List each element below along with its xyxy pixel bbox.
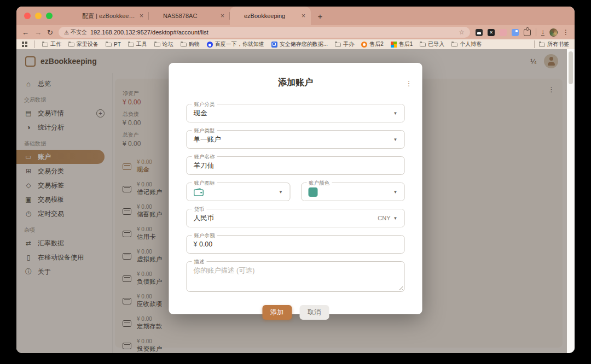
field-placeholder: 你的账户描述 (可选): [194, 266, 255, 275]
zoom-window-button[interactable]: [46, 13, 53, 19]
bookmark-label: 购物: [189, 40, 200, 48]
dialog-menu-kebab-icon[interactable]: ⋮: [405, 79, 413, 87]
extensions-puzzle-icon[interactable]: [524, 29, 531, 36]
browser-window: 配置 | ezBookkeeping × NAS5878AC × ezBookk…: [16, 7, 575, 353]
bookmark-label: PT: [114, 42, 121, 48]
close-window-button[interactable]: [24, 13, 31, 19]
browser-tab[interactable]: ezBookkeeping ×: [230, 7, 311, 25]
security-warning[interactable]: ⚠ 不安全: [64, 28, 87, 36]
browser-toolbar: ← → ↻ ⚠ 不安全 192.168.200.132:9527/desktop…: [16, 25, 575, 39]
extension-blue-icon[interactable]: [512, 29, 519, 36]
bookmarks-bar: 工作 家里设备 PT 工具: [16, 39, 575, 49]
account-color-select[interactable]: 账户颜色 ▼: [301, 183, 405, 201]
extension-adblock-icon[interactable]: [476, 29, 483, 36]
bookmark-item[interactable]: 已导入: [420, 40, 444, 48]
bookmark-item[interactable]: PT: [106, 42, 121, 48]
extension-pink-icon[interactable]: [500, 29, 507, 36]
page-scrollbar[interactable]: [567, 49, 575, 353]
minimize-window-button[interactable]: [35, 13, 42, 19]
dialog-header: 添加账户 ⋮: [187, 63, 405, 89]
all-bookmarks-button[interactable]: 所有书签: [539, 40, 569, 48]
account-balance-input[interactable]: 账户余额 ¥ 0.00: [187, 235, 405, 254]
bookmark-item[interactable]: 购物: [181, 40, 200, 48]
account-name-input[interactable]: 账户名称 羊刀仙: [187, 156, 405, 175]
bookmark-item[interactable]: 个人博客: [451, 40, 482, 48]
field-label: 账户分类: [192, 101, 217, 108]
bookmark-icon: [420, 43, 426, 47]
security-label: 不安全: [71, 28, 87, 36]
screenshot-stage: 配置 | ezBookkeeping × NAS5878AC × ezBookk…: [0, 0, 591, 364]
tab-title: NAS5878AC: [163, 13, 216, 19]
tab-title: ezBookkeeping: [244, 13, 297, 19]
tab-bar: 配置 | ezBookkeeping × NAS5878AC × ezBookk…: [16, 7, 575, 25]
bookmark-icon: [128, 43, 134, 47]
forward-button[interactable]: →: [34, 29, 42, 36]
scrollbar-thumb[interactable]: [569, 51, 573, 84]
bookmark-item[interactable]: 工具: [128, 40, 147, 48]
wallet-icon: [194, 188, 204, 196]
bookmark-icon: [68, 43, 74, 47]
address-bar[interactable]: ⚠ 不安全 192.168.200.132:9527/desktop#/acco…: [59, 27, 470, 38]
reload-button[interactable]: ↻: [47, 29, 53, 36]
account-icon-select[interactable]: 账户图标 ▼: [187, 183, 291, 201]
bookmark-label: 论坛: [163, 40, 173, 48]
warning-icon: ⚠: [64, 30, 69, 36]
field-label: 账户图标: [192, 179, 217, 186]
currency-select[interactable]: 货币 人民币 CNY ▼: [187, 209, 405, 227]
all-bookmarks-label: 所有书签: [547, 40, 569, 48]
bookmark-icon: [271, 42, 277, 48]
account-type-select[interactable]: 账户类型 单一账户 ▼: [187, 130, 405, 149]
field-label: 账户类型: [192, 127, 217, 134]
traffic-lights: [16, 7, 60, 25]
bookmark-items: 工作 家里设备 PT 工具: [42, 40, 482, 48]
url-text: 192.168.200.132:9527/desktop#/account/li…: [90, 29, 208, 36]
tab-close-icon[interactable]: ×: [300, 12, 306, 20]
bookmark-label: 手办: [343, 40, 354, 48]
field-label: 账户颜色: [306, 179, 332, 186]
browser-profile-avatar[interactable]: [549, 28, 558, 37]
downloads-icon[interactable]: ↓: [541, 29, 544, 36]
bookmark-item[interactable]: 手办: [335, 40, 354, 48]
bookmark-item[interactable]: 工作: [42, 40, 61, 48]
resize-grip-icon[interactable]: [398, 285, 403, 290]
account-category-select[interactable]: 账户分类 现金 ▼: [187, 104, 405, 122]
field-label: 描述: [192, 258, 207, 265]
bookmark-star-icon[interactable]: ☆: [459, 28, 465, 36]
bookmark-label: 工具: [136, 40, 147, 48]
tab-strip: 配置 | ezBookkeeping × NAS5878AC × ezBookk…: [68, 7, 311, 25]
browser-tab[interactable]: 配置 | ezBookkeeping ×: [68, 7, 149, 25]
tab-favicon-icon: [153, 13, 160, 19]
tab-close-icon[interactable]: ×: [138, 12, 144, 20]
bookmark-item[interactable]: 售后2: [361, 40, 384, 48]
extension-x-icon[interactable]: ✕: [488, 29, 495, 36]
bookmark-icon: [207, 42, 213, 48]
dialog-buttons: 添加 取消: [187, 305, 405, 320]
field-label: 账户余额: [192, 232, 217, 239]
tab-close-icon[interactable]: ×: [219, 12, 225, 20]
bookmark-item[interactable]: 论坛: [154, 40, 173, 48]
apps-grid-icon[interactable]: [22, 42, 27, 47]
bookmark-label: 家里设备: [77, 40, 99, 48]
back-button[interactable]: ←: [22, 29, 29, 36]
browser-tab[interactable]: NAS5878AC ×: [149, 7, 230, 25]
bookmark-item[interactable]: 家里设备: [68, 40, 99, 48]
bookmark-icon: [335, 43, 341, 47]
bookmark-label: 工作: [50, 40, 61, 48]
chevron-down-icon: ▼: [393, 111, 398, 116]
add-button[interactable]: 添加: [262, 305, 292, 320]
color-swatch: [308, 187, 317, 197]
add-account-form: 账户分类 现金 ▼ 账户类型 单一账户 ▼: [187, 104, 405, 292]
chrome-menu-kebab-icon[interactable]: ⋮: [563, 28, 569, 36]
field-value: ¥ 0.00: [194, 240, 213, 248]
cancel-button[interactable]: 取消: [299, 305, 329, 320]
bookmark-item[interactable]: 百度一下，你就知道: [207, 40, 264, 48]
tab-favicon-icon: [72, 13, 79, 19]
bookmark-icon: [106, 43, 112, 47]
bookmark-item[interactable]: 售后1: [391, 40, 413, 48]
new-tab-button[interactable]: +: [313, 9, 327, 23]
bookmark-icon: [361, 42, 367, 48]
bookmark-item[interactable]: 安全储存您的数据...: [271, 40, 328, 48]
description-textarea[interactable]: 描述 你的账户描述 (可选): [187, 261, 405, 292]
chevron-down-icon: ▼: [279, 190, 283, 195]
chevron-down-icon: ▼: [393, 216, 398, 221]
